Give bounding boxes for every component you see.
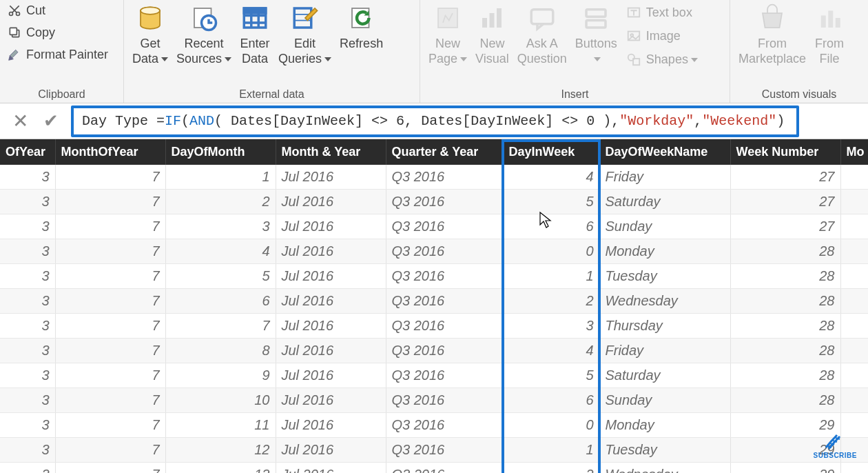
column-header[interactable]: Month & Year (276, 139, 386, 165)
table-cell[interactable]: Jul 2016 (276, 388, 386, 413)
table-row[interactable]: 379Jul 2016Q3 20165Saturday28 (0, 363, 868, 388)
table-cell[interactable]: Q3 2016 (386, 388, 503, 413)
table-cell[interactable]: 2 (503, 463, 599, 474)
table-cell[interactable]: Q3 2016 (386, 289, 503, 314)
table-cell[interactable]: 28 (730, 388, 840, 413)
table-cell[interactable]: Jul 2016 (276, 463, 386, 474)
table-cell[interactable]: 6 (503, 214, 599, 239)
table-cell[interactable] (840, 190, 868, 214)
table-cell[interactable]: Q3 2016 (386, 413, 503, 438)
enter-data-button[interactable]: Enter Data (236, 1, 274, 66)
copy-button[interactable]: Copy (7, 25, 108, 40)
table-cell[interactable]: 3 (0, 339, 55, 363)
table-cell[interactable]: Sunday (599, 214, 730, 239)
table-cell[interactable]: Friday (599, 339, 730, 363)
table-cell[interactable]: 7 (55, 438, 165, 463)
table-cell[interactable]: Jul 2016 (276, 339, 386, 363)
ask-question-button[interactable]: Ask A Question (513, 1, 571, 66)
table-cell[interactable] (840, 463, 868, 474)
table-row[interactable]: 3712Jul 2016Q3 20161Tuesday29 (0, 438, 868, 463)
table-cell[interactable]: Jul 2016 (276, 413, 386, 438)
table-cell[interactable]: 7 (55, 165, 165, 190)
table-cell[interactable]: Monday (599, 413, 730, 438)
table-row[interactable]: 372Jul 2016Q3 20165Saturday27 (0, 190, 868, 214)
table-cell[interactable]: 7 (55, 413, 165, 438)
table-cell[interactable]: Saturday (599, 190, 730, 214)
table-cell[interactable]: Q3 2016 (386, 264, 503, 289)
table-cell[interactable]: Q3 2016 (386, 165, 503, 190)
table-cell[interactable]: Q3 2016 (386, 190, 503, 214)
recent-sources-button[interactable]: Recent Sources (172, 1, 236, 66)
table-cell[interactable]: 6 (165, 289, 276, 314)
from-file-button[interactable]: From File (810, 1, 849, 66)
table-cell[interactable]: 7 (55, 289, 165, 314)
table-row[interactable]: 375Jul 2016Q3 20161Tuesday28 (0, 264, 868, 289)
table-cell[interactable]: 7 (55, 190, 165, 214)
formula-input[interactable]: Day Type = IF ( AND ( Dates[DayInWeek] <… (71, 105, 799, 137)
table-cell[interactable]: 7 (165, 314, 276, 339)
table-cell[interactable]: Q3 2016 (386, 438, 503, 463)
table-cell[interactable]: 2 (503, 289, 599, 314)
column-header[interactable]: Quarter & Year (386, 139, 503, 165)
table-cell[interactable]: Friday (599, 165, 730, 190)
table-cell[interactable] (840, 314, 868, 339)
table-row[interactable]: 378Jul 2016Q3 20164Friday28 (0, 339, 868, 363)
table-cell[interactable]: 4 (503, 165, 599, 190)
table-cell[interactable]: Jul 2016 (276, 165, 386, 190)
table-cell[interactable]: Monday (599, 239, 730, 264)
table-row[interactable]: 376Jul 2016Q3 20162Wednesday28 (0, 289, 868, 314)
table-cell[interactable]: Q3 2016 (386, 363, 503, 388)
shapes-button[interactable]: Shapes (626, 51, 698, 68)
table-cell[interactable]: 28 (730, 264, 840, 289)
table-row[interactable]: 3710Jul 2016Q3 20166Sunday28 (0, 388, 868, 413)
table-row[interactable]: 371Jul 2016Q3 20164Friday27 (0, 165, 868, 190)
table-cell[interactable]: Jul 2016 (276, 363, 386, 388)
column-header[interactable]: DayOfMonth (165, 139, 276, 165)
table-cell[interactable]: 3 (0, 165, 55, 190)
table-cell[interactable]: Jul 2016 (276, 314, 386, 339)
table-cell[interactable]: Thursday (599, 314, 730, 339)
table-cell[interactable]: 3 (0, 264, 55, 289)
table-cell[interactable]: 10 (165, 388, 276, 413)
column-header[interactable]: Week Number (730, 139, 840, 165)
table-cell[interactable] (840, 388, 868, 413)
table-row[interactable]: 3711Jul 2016Q3 20160Monday29 (0, 413, 868, 438)
table-cell[interactable]: 5 (503, 363, 599, 388)
table-cell[interactable]: 29 (730, 463, 840, 474)
table-cell[interactable]: 7 (55, 463, 165, 474)
table-cell[interactable]: 9 (165, 363, 276, 388)
table-cell[interactable]: Q3 2016 (386, 463, 503, 474)
table-cell[interactable]: 7 (55, 264, 165, 289)
table-cell[interactable]: 3 (0, 463, 55, 474)
table-cell[interactable]: 3 (0, 438, 55, 463)
table-cell[interactable]: Tuesday (599, 264, 730, 289)
table-cell[interactable]: 28 (730, 314, 840, 339)
table-cell[interactable]: Q3 2016 (386, 339, 503, 363)
table-cell[interactable]: Jul 2016 (276, 190, 386, 214)
table-cell[interactable]: 28 (730, 289, 840, 314)
table-cell[interactable]: 4 (165, 239, 276, 264)
table-cell[interactable]: 0 (503, 239, 599, 264)
table-cell[interactable] (840, 289, 868, 314)
table-cell[interactable]: 3 (0, 289, 55, 314)
buttons-button[interactable]: Buttons (571, 1, 621, 66)
table-cell[interactable] (840, 239, 868, 264)
get-data-button[interactable]: Get Data (128, 1, 172, 66)
column-header[interactable]: DayInWeek (503, 139, 599, 165)
table-row[interactable]: 377Jul 2016Q3 20163Thursday28 (0, 314, 868, 339)
table-cell[interactable]: Saturday (599, 363, 730, 388)
table-cell[interactable]: 12 (165, 438, 276, 463)
format-painter-button[interactable]: Format Painter (7, 47, 108, 62)
table-cell[interactable]: 3 (0, 190, 55, 214)
column-header[interactable]: Mo (840, 139, 868, 165)
table-cell[interactable]: 27 (730, 214, 840, 239)
table-cell[interactable]: 6 (503, 388, 599, 413)
column-header[interactable]: OfYear (0, 139, 55, 165)
table-cell[interactable]: 2 (165, 190, 276, 214)
table-cell[interactable]: 1 (503, 264, 599, 289)
table-cell[interactable]: Jul 2016 (276, 438, 386, 463)
table-cell[interactable]: Jul 2016 (276, 264, 386, 289)
column-header[interactable]: MonthOfYear (55, 139, 165, 165)
table-cell[interactable]: 3 (0, 314, 55, 339)
table-cell[interactable]: 7 (55, 363, 165, 388)
